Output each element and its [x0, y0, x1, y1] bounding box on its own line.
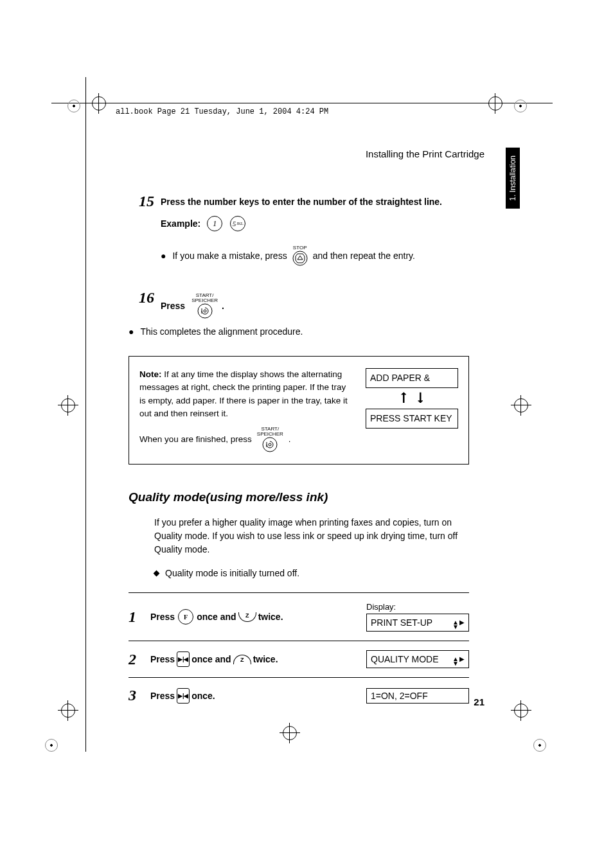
quality-bullet-text: Quality mode is initially turned off. — [165, 568, 299, 578]
note-finish-text: When you are finished, press — [139, 433, 252, 446]
step-15: 15 Press the number keys to enter the nu… — [129, 193, 469, 272]
nav-arrows-icon: ▲▼ — [452, 616, 465, 629]
star-mark-icon — [45, 739, 58, 752]
example-label: Example: — [161, 218, 200, 229]
up-arc-key: Z — [233, 655, 251, 664]
start-label-2: SPEICHER — [191, 298, 218, 303]
procedure-step-1: 1 Press F once and Z twice. Display: PRI… — [129, 593, 469, 641]
bullet-text: If you make a mistake, press — [172, 251, 287, 261]
number-key-1: 1 — [207, 216, 222, 231]
start-key: START/ SPEICHER — [191, 293, 218, 319]
start-key: START/ SPEICHER — [257, 427, 283, 452]
stop-label: STOP — [293, 245, 307, 251]
crop-line — [85, 77, 86, 752]
note-label: Note: — [139, 369, 162, 379]
proc-num: 3 — [129, 687, 145, 704]
alternating-arrows-icon: 🠕 🠗 — [366, 392, 458, 405]
nav-arrows-icon: ▲▼ — [452, 653, 465, 666]
display-msg-1: ADD PAPER & — [366, 368, 458, 388]
svg-point-3 — [198, 304, 212, 318]
proc-num: 1 — [129, 608, 145, 626]
note-body: If at any time the display shows the alt… — [139, 369, 348, 418]
registration-mark-icon — [514, 398, 528, 412]
section-title: Installing the Print Cartridge — [366, 148, 484, 159]
nav-key: ▶|◀ — [177, 651, 190, 667]
note-box: Note: If at any time the display shows t… — [129, 356, 469, 465]
step-16-bullet: ● This completes the alignment procedure… — [129, 326, 469, 337]
period: . — [222, 301, 224, 311]
star-mark-icon — [67, 100, 80, 112]
chapter-tab: 1. Installation — [506, 148, 520, 209]
page-number: 21 — [474, 696, 484, 707]
procedure-list: 1 Press F once and Z twice. Display: PRI… — [129, 592, 469, 713]
press-label: Press — [161, 301, 185, 311]
svg-point-4 — [204, 310, 206, 312]
start-key-icon — [197, 303, 213, 319]
crop-line — [51, 103, 553, 103]
svg-point-6 — [269, 443, 271, 446]
star-mark-icon — [533, 739, 546, 752]
registration-mark-icon — [61, 704, 75, 718]
proc-num: 2 — [129, 651, 145, 668]
display-messages: ADD PAPER & 🠕 🠗 PRESS START KEY — [366, 368, 458, 432]
registration-mark-icon — [514, 704, 528, 718]
display-readout: 1=ON, 2=OFF — [366, 688, 469, 704]
registration-mark-icon — [283, 726, 297, 740]
svg-point-5 — [263, 438, 277, 452]
step-instruction: Press the number keys to enter the numbe… — [161, 197, 442, 207]
svg-point-0 — [293, 251, 307, 265]
page: all.book Page 21 Tuesday, June 1, 2004 4… — [0, 0, 613, 868]
quality-paragraph: If you prefer a higher quality image whe… — [154, 516, 469, 556]
display-readout: QUALITY MODE ▲▼ — [366, 650, 469, 668]
display-msg-2: PRESS START KEY — [366, 409, 458, 429]
down-arc-key: Z — [238, 612, 256, 622]
registration-mark-icon — [92, 96, 106, 111]
procedure-step-3: 3 Press ▶|◀ once. 1=ON, 2=OFF — [129, 678, 469, 713]
step-16: 16 Press START/ SPEICHER . — [129, 289, 469, 319]
svg-marker-2 — [298, 256, 303, 260]
content-area: 15 Press the number keys to enter the nu… — [129, 193, 469, 713]
diamond-bullet-icon — [154, 570, 160, 576]
step-number: 16 — [129, 289, 154, 306]
function-key: F — [178, 609, 193, 624]
procedure-step-2: 2 Press ▶|◀ once and Z twice. QUALITY MO… — [129, 641, 469, 678]
bullet-text-suffix: and then repeat the entry. — [313, 251, 415, 261]
period: . — [289, 433, 291, 446]
start-key-icon — [262, 437, 278, 452]
bullet-text: This completes the alignment procedure. — [140, 326, 303, 337]
display-readout: PRINT SET-UP ▲▼ — [366, 614, 469, 632]
registration-mark-icon — [61, 398, 75, 412]
step-number: 15 — [129, 193, 154, 210]
stop-key-icon — [292, 251, 308, 266]
bullet-icon: ● — [161, 251, 166, 261]
pdf-header-line: all.book Page 21 Tuesday, June 1, 2004 4… — [116, 107, 328, 116]
stop-key: STOP — [292, 245, 308, 266]
registration-mark-icon — [488, 96, 502, 111]
nav-key: ▶|◀ — [177, 688, 190, 704]
number-key-5: 5JKL — [230, 216, 245, 231]
display-label: Display: — [366, 602, 469, 612]
bullet-icon: ● — [129, 326, 134, 337]
star-mark-icon — [514, 100, 527, 112]
quality-bullet-row: Quality mode is initially turned off. — [129, 568, 469, 578]
subheading-quality-mode: Quality mode(using more/less ink) — [129, 490, 469, 504]
